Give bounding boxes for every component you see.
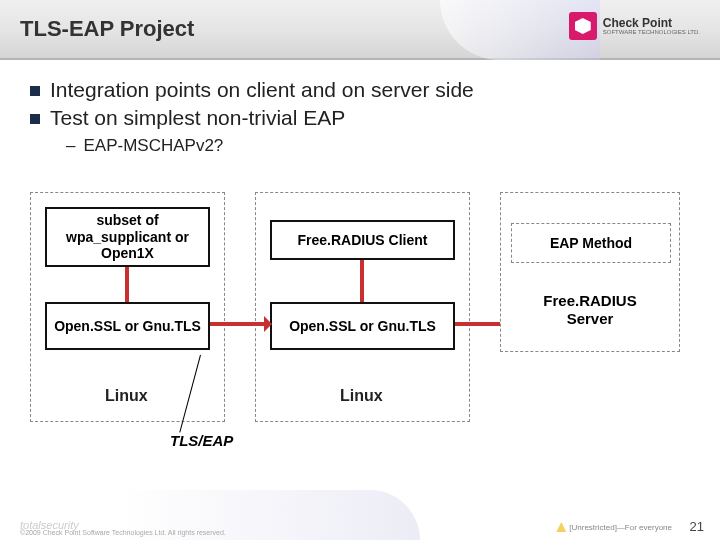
page-title: TLS-EAP Project: [20, 16, 194, 42]
copyright-text: ©2009 Check Point Software Technologies …: [20, 529, 226, 536]
dash-icon: –: [66, 136, 75, 156]
checkpoint-icon: [569, 12, 597, 40]
brand-name: Check Point: [603, 17, 700, 29]
bullet-item: Integration points on client and on serv…: [30, 78, 690, 102]
server-group: EAP Method: [500, 192, 680, 352]
bullet-item: Test on simplest non-trivial EAP: [30, 106, 690, 130]
brand-tagline: SOFTWARE TECHNOLOGIES LTD.: [603, 29, 700, 35]
arrowhead-icon: [264, 316, 272, 332]
eap-method-box: EAP Method: [511, 223, 671, 263]
connector-horizontal: [455, 322, 500, 326]
architecture-diagram: EAP Method subset of wpa_supplicant or O…: [30, 192, 690, 452]
slide-header: TLS-EAP Project Check Point SOFTWARE TEC…: [0, 0, 720, 60]
connector-vertical: [360, 260, 364, 302]
ssl-left-box: Open.SSL or Gnu.TLS: [45, 302, 210, 350]
tls-eap-label: TLS/EAP: [170, 432, 233, 449]
supplicant-box: subset of wpa_supplicant or Open1X: [45, 207, 210, 267]
subbullet-item: – EAP-MSCHAPv2?: [66, 136, 690, 156]
classification-text: [Unrestricted]—For everyone: [569, 523, 672, 532]
bullet-text: Test on simplest non-trivial EAP: [50, 106, 345, 130]
server-label: Free.RADIUS Server: [520, 292, 660, 328]
bullet-text: Integration points on client and on serv…: [50, 78, 474, 102]
connector-vertical: [125, 267, 129, 302]
os-mid-label: Linux: [340, 387, 383, 405]
subbullet-text: EAP-MSCHAPv2?: [83, 136, 223, 156]
ssl-mid-box: Open.SSL or Gnu.TLS: [270, 302, 455, 350]
connector-horizontal: [210, 322, 270, 326]
radius-client-box: Free.RADIUS Client: [270, 220, 455, 260]
bullet-list: Integration points on client and on serv…: [0, 60, 720, 174]
page-number: 21: [690, 519, 704, 534]
bullet-icon: [30, 114, 40, 124]
bullet-icon: [30, 86, 40, 96]
classification-badge: [Unrestricted]—For everyone: [556, 522, 672, 532]
warning-icon: [556, 522, 566, 532]
os-left-label: Linux: [105, 387, 148, 405]
brand-logo: Check Point SOFTWARE TECHNOLOGIES LTD.: [569, 12, 700, 40]
